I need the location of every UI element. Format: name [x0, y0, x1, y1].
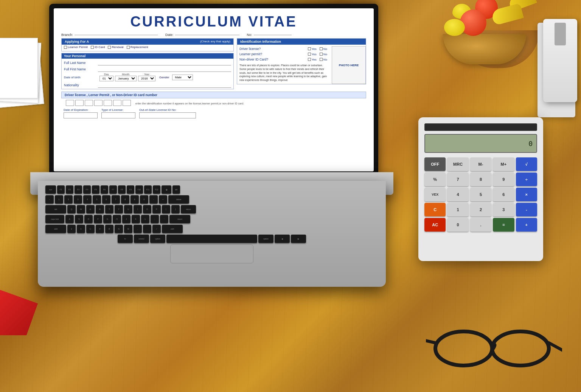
learner-no[interactable]: No	[320, 53, 327, 56]
key-return[interactable]: return	[181, 205, 196, 213]
key-f7[interactable]: F7	[109, 185, 117, 194]
calc-5[interactable]: 5	[470, 188, 491, 201]
key-minus[interactable]: -	[149, 195, 158, 204]
key-semicolon[interactable]: ;	[151, 215, 159, 223]
calc-0[interactable]: 0	[447, 218, 468, 232]
key-comma[interactable]: ,	[134, 225, 142, 233]
calc-divide[interactable]: ÷	[516, 173, 537, 186]
learner-yes-cb[interactable]	[308, 53, 311, 56]
key-y[interactable]: Y	[115, 205, 123, 213]
calc-1[interactable]: 1	[447, 203, 468, 216]
key-f12[interactable]: F12	[153, 185, 160, 194]
key-return2[interactable]: return	[169, 215, 190, 223]
gender-select[interactable]: Male Female	[172, 75, 193, 80]
calc-c[interactable]: C	[424, 203, 446, 216]
license-box-3[interactable]	[85, 100, 93, 106]
key-rbracket[interactable]: ]	[171, 205, 180, 213]
key-i[interactable]: I	[134, 205, 142, 213]
calc-4[interactable]: 4	[447, 188, 468, 201]
key-f3[interactable]: F3	[75, 185, 82, 194]
driver-no[interactable]: No	[320, 47, 327, 51]
key-r[interactable]: R	[96, 205, 104, 213]
non-driver-yes[interactable]: Yes	[308, 58, 317, 61]
key-option[interactable]: option	[150, 235, 165, 243]
key-f5[interactable]: F5	[92, 185, 99, 194]
renewal-checkbox[interactable]: Renewal	[108, 45, 123, 49]
key-del[interactable]: del	[172, 185, 180, 194]
calc-plus[interactable]: +	[516, 218, 537, 232]
key-t[interactable]: T	[105, 205, 113, 213]
key-j[interactable]: J	[122, 215, 130, 223]
key-equal[interactable]: =	[159, 195, 167, 204]
key-e[interactable]: E	[86, 205, 95, 213]
key-fn[interactable]: fn	[118, 235, 133, 243]
calc-multiply[interactable]: ×	[516, 188, 537, 201]
key-v[interactable]: V	[96, 225, 104, 233]
last-name-input[interactable]	[98, 60, 231, 65]
key-3[interactable]: 3	[74, 195, 82, 204]
learner-permit-cb[interactable]	[64, 46, 67, 49]
day-select[interactable]: 01	[99, 76, 113, 81]
license-box-4[interactable]	[94, 100, 103, 106]
key-n[interactable]: N	[115, 225, 123, 233]
key-2[interactable]: 2	[64, 195, 73, 204]
calc-equals[interactable]: =	[493, 218, 514, 232]
key-p[interactable]: P	[152, 205, 161, 213]
calc-off[interactable]: OFF	[424, 157, 446, 171]
key-shift-l[interactable]: shift	[45, 225, 66, 233]
key-f8[interactable]: F8	[118, 185, 126, 194]
key-tab[interactable]: tab	[45, 205, 66, 213]
non-driver-no-cb[interactable]	[320, 58, 323, 61]
license-box-2[interactable]	[75, 100, 84, 106]
key-g[interactable]: G	[103, 215, 112, 223]
key-delete[interactable]: delete	[168, 195, 189, 204]
driver-yes[interactable]: Yes	[308, 47, 317, 51]
non-driver-yes-cb[interactable]	[308, 58, 311, 61]
license-box-6[interactable]	[113, 100, 121, 106]
key-lbracket[interactable]: [	[162, 205, 170, 213]
key-k[interactable]: K	[132, 215, 140, 223]
learner-yes[interactable]: Yes	[308, 53, 317, 56]
key-option-r[interactable]: option	[258, 235, 273, 243]
calc-percent[interactable]: %	[424, 173, 446, 186]
key-f4[interactable]: F4	[83, 185, 91, 194]
key-1[interactable]: 1	[55, 195, 63, 204]
key-w[interactable]: W	[77, 205, 85, 213]
non-driver-no[interactable]: No	[320, 58, 327, 61]
key-control[interactable]: control	[134, 235, 149, 243]
out-state-input[interactable]	[139, 112, 196, 118]
first-name-input[interactable]	[98, 67, 231, 72]
calc-vex[interactable]: VEX	[424, 188, 446, 201]
key-space[interactable]	[166, 235, 257, 243]
key-o[interactable]: O	[143, 205, 151, 213]
calc-dot[interactable]: .	[470, 218, 491, 232]
driver-no-cb[interactable]	[320, 47, 323, 50]
replacement-checkbox[interactable]: Replacement	[127, 45, 148, 49]
key-x[interactable]: X	[77, 225, 85, 233]
id-card-cb[interactable]	[91, 46, 94, 49]
key-a[interactable]: A	[65, 215, 74, 223]
key-f10[interactable]: F10	[135, 185, 143, 194]
key-h[interactable]: H	[113, 215, 121, 223]
key-q[interactable]: Q	[67, 205, 76, 213]
nationality-input[interactable]	[98, 82, 231, 88]
key-arrow-l[interactable]: ◀	[275, 235, 290, 243]
key-b[interactable]: B	[105, 225, 113, 233]
key-esc[interactable]: esc	[45, 185, 56, 194]
key-6[interactable]: 6	[102, 195, 110, 204]
renewal-cb[interactable]	[108, 46, 111, 49]
calc-6[interactable]: 6	[493, 188, 514, 201]
key-f6[interactable]: F6	[101, 185, 108, 194]
learner-no-cb[interactable]	[320, 53, 323, 56]
calc-sqrt[interactable]: √	[516, 157, 537, 171]
date-input[interactable]	[175, 35, 239, 35]
key-8[interactable]: 8	[121, 195, 129, 204]
calc-mrc[interactable]: MRC	[447, 157, 468, 171]
expiry-input[interactable]	[64, 112, 98, 118]
key-9[interactable]: 9	[130, 195, 139, 204]
calc-mplus[interactable]: M+	[493, 157, 514, 171]
id-card-checkbox[interactable]: ID Card	[91, 45, 105, 49]
key-d[interactable]: D	[84, 215, 93, 223]
type-input[interactable]	[101, 112, 135, 118]
no-input[interactable]	[254, 35, 292, 35]
